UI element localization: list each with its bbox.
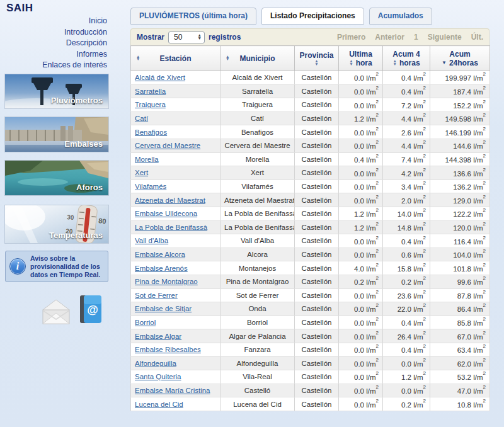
station-link[interactable]: Catí	[135, 115, 148, 122]
pagination-previous[interactable]: Anterior	[375, 33, 404, 42]
municipio-cell: Fanzara	[220, 343, 295, 356]
station-link[interactable]: Embalse Arenós	[135, 265, 188, 272]
column-header-acum[interactable]: Acum▼24horas	[430, 46, 490, 71]
station-link[interactable]: Benafigos	[135, 128, 167, 136]
table-row: BenafigosBenafigosCastellón0.0 l/m22.6 l…	[131, 125, 490, 139]
table-row: BorriolBorriolCastellón0.0 l/m20.4 l/m28…	[131, 316, 490, 329]
acum-4-horas-cell: 0.0 l/m2	[383, 384, 430, 397]
ultima-hora-cell: 0.0 l/m2	[339, 316, 383, 329]
sidebar-button-embalses[interactable]: Embalses	[5, 117, 108, 152]
municipio-cell: Borriol	[220, 316, 295, 329]
station-link[interactable]: Pina de Montalgrao	[135, 278, 198, 285]
acum-4-horas-cell: 2.0 l/m2	[383, 193, 430, 207]
station-link[interactable]: Embalse Alcora	[135, 251, 185, 258]
station-link[interactable]: Alfondeguilla	[135, 360, 176, 367]
municipio-cell: Morella	[220, 152, 295, 166]
ultima-hora-cell: 0.0 l/m2	[339, 302, 383, 316]
station-link[interactable]: Cervera del Maestre	[135, 142, 200, 149]
svg-text:@: @	[87, 304, 98, 316]
aviso-box[interactable]: i Aviso sobre la provisionalidad de los …	[5, 251, 108, 282]
municipio-cell: Atzeneta del Maestrat	[220, 193, 295, 207]
tab-bar: PLUVIÓMETROS (última hora) Listado Preci…	[130, 8, 432, 25]
pagination-first[interactable]: Primero	[337, 33, 365, 42]
pagination-last[interactable]: Últ.	[471, 33, 483, 42]
station-link[interactable]: Embalse María Cristina	[135, 387, 210, 394]
acum-4-horas-cell: 0.0 l/m2	[383, 356, 430, 370]
station-link[interactable]: Xert	[135, 169, 148, 176]
sort-both-icon: ▲▼	[349, 60, 353, 66]
municipio-cell: Alcalá de Xivert	[220, 71, 295, 85]
column-header-municipio[interactable]: ▲▼Municipio	[220, 46, 295, 71]
column-header-acum-4[interactable]: Acum 4▲▼horas	[383, 46, 430, 71]
table-row: SarratellaSarratellaCastellón0.0 l/m20.4…	[131, 84, 490, 98]
station-link[interactable]: Alcalá de Xivert	[135, 74, 185, 81]
station-link[interactable]: Sarratella	[135, 88, 166, 95]
page-size-select[interactable]: 50 ▲▼	[168, 31, 205, 43]
acum-4-horas-cell: 3.4 l/m2	[383, 179, 430, 193]
acum-24-horas-cell: 86.4 l/m2	[430, 302, 490, 316]
nav-item-introduccion[interactable]: Introducción	[0, 27, 107, 38]
column-header-ultima[interactable]: Ultima▲▼hora	[339, 46, 383, 71]
column-header-estación[interactable]: ▲▼Estación	[131, 46, 220, 71]
acum-4-horas-cell: 26.4 l/m2	[383, 329, 430, 343]
station-link[interactable]: La Pobla de Benifassà	[135, 224, 207, 231]
acum-24-horas-cell: 144.6 l/m2	[430, 139, 490, 152]
station-cell: Embalse Alcora	[131, 248, 220, 261]
municipio-cell: Onda	[220, 302, 295, 316]
acum-4-horas-cell: 4.2 l/m2	[383, 166, 430, 180]
station-link[interactable]: Borriol	[135, 319, 156, 326]
station-cell: Sarratella	[131, 84, 220, 98]
site-title: SAIH	[6, 2, 33, 14]
acum-4-horas-cell: 0.4 l/m2	[383, 71, 430, 85]
ultima-hora-cell: 0.0 l/m2	[339, 139, 383, 152]
tab-pluviometros-ultima-hora[interactable]: PLUVIÓMETROS (última hora)	[130, 8, 256, 25]
station-link[interactable]: Traiguera	[135, 101, 166, 108]
ultima-hora-cell: 0.0 l/m2	[339, 98, 383, 112]
tab-listado-precipitaciones[interactable]: Listado Precipitaciones	[261, 8, 364, 25]
nav-item-inicio[interactable]: Inicio	[0, 16, 107, 27]
pagination-page-1[interactable]: 1	[414, 33, 418, 42]
station-cell: Atzeneta del Maestrat	[131, 193, 220, 207]
acum-4-horas-cell: 2.6 l/m2	[383, 125, 430, 139]
station-link[interactable]: Embalse Algar	[135, 333, 181, 340]
station-link[interactable]: Santa Quiteria	[135, 373, 181, 380]
municipio-cell: Catí	[220, 111, 295, 125]
table-toolbar: Mostrar 50 ▲▼ registros Primero Anterior…	[130, 28, 490, 45]
station-link[interactable]: Vilafamés	[135, 183, 166, 190]
mail-icon[interactable]	[40, 299, 72, 326]
page-size-control: Mostrar 50 ▲▼ registros	[137, 31, 241, 43]
table-row: VilafamésVilafamésCastellón0.0 l/m23.4 l…	[131, 179, 490, 193]
station-cell: Traiguera	[131, 98, 220, 112]
ultima-hora-cell: 1.2 l/m2	[339, 111, 383, 125]
sidebar-button-pluviometros[interactable]: Pluviómetros	[5, 74, 108, 108]
table-row: CatíCatíCastellón1.2 l/m24.4 l/m2149.598…	[131, 111, 490, 125]
station-link[interactable]: Vall d'Alba	[135, 237, 168, 244]
municipio-cell: Lucena del Cid	[220, 397, 295, 411]
station-link[interactable]: Lucena del Cid	[135, 401, 183, 408]
station-link[interactable]: Sot de Ferrer	[135, 292, 178, 299]
address-book-icon[interactable]: @	[78, 293, 103, 325]
sidebar-button-temperaturas[interactable]: 30 20 80 Temperaturas	[5, 205, 108, 243]
acum-4-horas-cell: 7.4 l/m2	[383, 152, 430, 166]
nav-item-descripcion[interactable]: Descripción	[0, 38, 107, 49]
nav-item-enlaces[interactable]: Enlaces de interés	[0, 60, 107, 71]
station-link[interactable]: Embalse de Sitjar	[135, 305, 192, 312]
sidebar-button-aforos[interactable]: Aforos	[5, 161, 108, 195]
ultima-hora-cell: 0.0 l/m2	[339, 71, 383, 85]
column-header-provincia[interactable]: Provincia▲▼	[295, 46, 339, 71]
acum-24-horas-cell: 87.8 l/m2	[430, 288, 490, 302]
table-head: ▲▼Estación▲▼MunicipioProvincia▲▼Ultima▲▼…	[131, 46, 490, 71]
table-row: La Pobla de BenifassàLa Pobla de Benifas…	[131, 220, 490, 234]
table-row: Santa QuiteriaVila-RealCastellón0.0 l/m2…	[131, 370, 490, 384]
tab-acumulados[interactable]: Acumulados	[369, 8, 432, 25]
nav-item-informes[interactable]: Informes	[0, 49, 107, 60]
pagination-next[interactable]: Siguiente	[428, 33, 462, 42]
station-link[interactable]: Morella	[135, 156, 159, 163]
ultima-hora-cell: 0.0 l/m2	[339, 343, 383, 356]
table-row: Embalse de SitjarOndaCastellón0.0 l/m222…	[131, 302, 490, 316]
station-link[interactable]: Embalse Ribesalbes	[135, 346, 201, 353]
station-link[interactable]: Atzeneta del Maestrat	[135, 196, 205, 204]
station-link[interactable]: Embalse Ulldecona	[135, 210, 197, 217]
provincia-cell: Castellón	[295, 397, 339, 411]
ultima-hora-cell: 0.0 l/m2	[339, 329, 383, 343]
